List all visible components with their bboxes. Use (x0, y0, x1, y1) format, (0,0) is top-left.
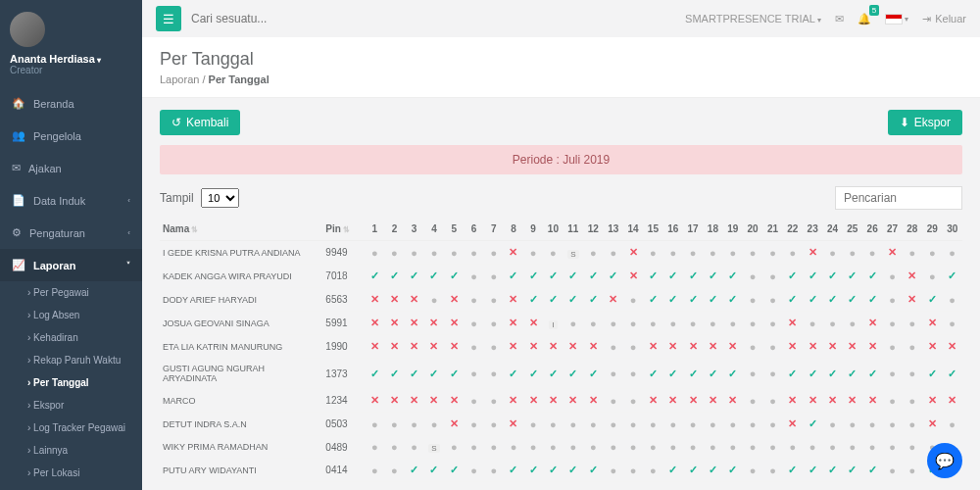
cell-day[interactable]: ✕ (623, 241, 643, 265)
cell-day[interactable]: ● (743, 288, 762, 312)
cell-day[interactable]: ✕ (643, 389, 662, 413)
cell-day[interactable]: ● (683, 436, 703, 459)
cell-day[interactable]: ✕ (424, 312, 445, 335)
cell-day[interactable]: ● (942, 312, 962, 335)
col-day-28[interactable]: 28 (903, 218, 922, 241)
col-day-29[interactable]: 29 (922, 218, 942, 241)
hamburger-icon[interactable]: ☰ (156, 6, 181, 31)
cell-day[interactable]: ● (762, 312, 782, 335)
cell-day[interactable]: ✓ (803, 459, 822, 482)
cell-day[interactable]: ✓ (523, 265, 543, 288)
sidebar-item-pengaturan[interactable]: ⚙Pengaturan‹ (0, 217, 142, 249)
cell-day[interactable]: ✓ (862, 359, 882, 389)
cell-day[interactable]: ✕ (365, 312, 384, 335)
col-day-11[interactable]: 11 (564, 218, 584, 241)
cell-day[interactable]: ✓ (405, 265, 424, 288)
cell-day[interactable]: ● (643, 413, 662, 436)
cell-day[interactable]: ✕ (504, 288, 523, 312)
cell-day[interactable]: ● (843, 312, 862, 335)
cell-day[interactable]: ✕ (922, 312, 942, 335)
cell-day[interactable]: ✕ (444, 389, 464, 413)
cell-day[interactable]: ● (723, 312, 743, 335)
cell-day[interactable]: ● (903, 359, 922, 389)
cell-day[interactable]: ● (743, 265, 762, 288)
cell-day[interactable]: ✕ (424, 389, 445, 413)
cell-day[interactable]: ✓ (843, 288, 862, 312)
cell-day[interactable]: ✕ (444, 312, 464, 335)
cell-day[interactable]: ● (444, 436, 464, 459)
cell-day[interactable]: ● (384, 241, 404, 265)
cell-day[interactable]: ✕ (543, 389, 563, 413)
cell-day[interactable]: ● (703, 241, 722, 265)
cell-day[interactable]: ✕ (583, 389, 603, 413)
cell-day[interactable]: ✓ (723, 459, 743, 482)
cell-day[interactable]: ✓ (783, 288, 803, 312)
cell-day[interactable]: ✓ (405, 459, 424, 482)
col-day-22[interactable]: 22 (783, 218, 803, 241)
cell-day[interactable]: ✕ (882, 241, 902, 265)
col-nama[interactable]: Nama⇅ (160, 218, 322, 241)
cell-day[interactable]: ✕ (365, 335, 384, 359)
sidebar-sub-log-tracker-pegawai[interactable]: › Log Tracker Pegawai (0, 416, 142, 439)
cell-day[interactable]: ✓ (843, 359, 862, 389)
cell-day[interactable]: ● (822, 436, 842, 459)
search-input[interactable] (191, 12, 348, 25)
col-day-13[interactable]: 13 (604, 218, 623, 241)
logout-button[interactable]: ⇥ Keluar (922, 13, 966, 25)
cell-day[interactable]: ✓ (543, 265, 563, 288)
col-day-27[interactable]: 27 (882, 218, 902, 241)
cell-day[interactable]: ✓ (663, 359, 683, 389)
cell-day[interactable]: ● (663, 436, 683, 459)
cell-day[interactable]: ● (604, 335, 623, 359)
cell-day[interactable]: ✓ (803, 413, 822, 436)
cell-day[interactable]: ● (803, 312, 822, 335)
cell-day[interactable]: ● (604, 312, 623, 335)
cell-day[interactable]: ● (365, 459, 384, 482)
cell-day[interactable]: ✓ (683, 288, 703, 312)
cell-day[interactable]: ● (922, 241, 942, 265)
cell-day[interactable]: ✓ (583, 359, 603, 389)
cell-day[interactable]: ● (822, 413, 842, 436)
cell-day[interactable]: ● (484, 413, 504, 436)
cell-day[interactable]: ● (484, 436, 504, 459)
bell-icon[interactable]: 🔔5 (858, 13, 871, 25)
cell-day[interactable]: ● (703, 413, 722, 436)
cell-day[interactable]: ● (743, 335, 762, 359)
cell-day[interactable]: ✕ (922, 335, 942, 359)
cell-day[interactable]: ✕ (703, 335, 722, 359)
cell-day[interactable]: ✓ (663, 265, 683, 288)
cell-day[interactable]: ● (882, 459, 902, 482)
cell-day[interactable]: ✕ (822, 389, 842, 413)
cell-day[interactable]: ● (743, 389, 762, 413)
col-day-5[interactable]: 5 (444, 218, 464, 241)
cell-day[interactable]: ✕ (564, 389, 584, 413)
cell-day[interactable]: ✕ (504, 312, 523, 335)
cell-day[interactable]: ✓ (803, 359, 822, 389)
cell-day[interactable]: ● (484, 312, 504, 335)
cell-day[interactable]: ● (623, 359, 643, 389)
cell-day[interactable]: ✕ (523, 389, 543, 413)
col-pin[interactable]: Pin⇅ (322, 218, 365, 241)
cell-day[interactable]: S (424, 436, 445, 459)
cell-day[interactable]: ● (643, 459, 662, 482)
cell-day[interactable]: ● (543, 436, 563, 459)
cell-day[interactable]: ✕ (523, 335, 543, 359)
cell-day[interactable]: ✓ (424, 459, 445, 482)
cell-day[interactable]: ✓ (663, 288, 683, 312)
cell-day[interactable]: ● (843, 241, 862, 265)
cell-day[interactable]: ✕ (843, 335, 862, 359)
avatar[interactable] (10, 12, 45, 47)
cell-day[interactable]: ✓ (583, 288, 603, 312)
sidebar-item-data-induk[interactable]: 📄Data Induk‹ (0, 184, 142, 217)
cell-day[interactable]: ✓ (543, 359, 563, 389)
cell-day[interactable]: ✓ (922, 288, 942, 312)
cell-day[interactable]: ✓ (703, 459, 722, 482)
col-day-25[interactable]: 25 (843, 218, 862, 241)
cell-day[interactable]: ● (623, 413, 643, 436)
cell-day[interactable]: ✓ (424, 265, 445, 288)
cell-day[interactable]: ✓ (822, 359, 842, 389)
sidebar-sub-kehadiran[interactable]: › Kehadiran (0, 326, 142, 349)
cell-day[interactable]: ✓ (444, 265, 464, 288)
cell-day[interactable]: ✕ (903, 288, 922, 312)
cell-day[interactable]: ● (743, 312, 762, 335)
